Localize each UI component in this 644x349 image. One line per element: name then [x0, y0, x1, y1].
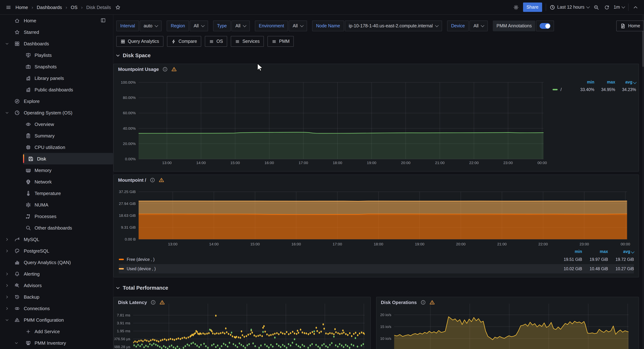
share-button[interactable]: Share — [523, 2, 542, 12]
favorite-star-button[interactable] — [115, 4, 122, 10]
chevron-right-icon[interactable] — [5, 295, 9, 299]
chevron-right-icon[interactable] — [5, 306, 9, 310]
filter-value-dropdown[interactable]: All — [470, 20, 488, 31]
sidebar-item-postgresql[interactable]: PostgreSQL — [0, 245, 113, 257]
sidebar-item-home[interactable]: Home — [0, 15, 113, 26]
refresh-button[interactable] — [603, 4, 610, 10]
chevron-down-icon[interactable] — [14, 341, 18, 345]
chevron-down-icon[interactable] — [5, 111, 9, 115]
sidebar-item-operating-system-os[interactable]: Operating System (OS) — [0, 107, 113, 118]
sidebar-item-connections[interactable]: Connections — [0, 303, 113, 314]
gear-icon — [513, 4, 518, 10]
sidebar-item-dashboards[interactable]: Dashboards — [0, 38, 113, 49]
time-range-picker[interactable]: Last 12 hours — [550, 4, 589, 10]
filter-value-dropdown[interactable]: auto — [140, 20, 162, 31]
legend-value: 33.40% — [574, 87, 594, 92]
dock-sidebar-button[interactable] — [100, 18, 106, 24]
sidebar-item-overview[interactable]: Overview — [0, 118, 113, 130]
sidebar-item-query-analytics-qan[interactable]: Query Analytics (QAN) — [0, 257, 113, 268]
breadcrumb-os[interactable]: OS — [71, 4, 78, 10]
sidebar-item-disk[interactable]: Disk — [23, 153, 113, 164]
gauge-icon — [14, 110, 20, 115]
chevron-right-icon[interactable] — [5, 249, 9, 253]
series-name[interactable]: / — [560, 87, 562, 92]
mountpoint-root-chart[interactable]: 0.00 B9.31 GiB18.63 GiB27.94 GiB37.25 Gi… — [115, 180, 632, 250]
history-icon — [14, 294, 20, 300]
disk-latency-chart[interactable]: 488.28 µs976.56 µs1.95 ms3.91 ms7.81 ms — [114, 302, 372, 349]
filter-value-dropdown[interactable]: All — [232, 20, 250, 31]
legend-header-row: minmaxavg — [119, 248, 634, 255]
scrollbar-thumb[interactable] — [642, 31, 644, 67]
chevron-up-icon — [633, 4, 638, 10]
home-dashboard-button[interactable]: Home — [616, 20, 644, 31]
sidebar-item-label: Network — [34, 179, 52, 184]
legend-header-avg[interactable]: avg — [615, 80, 636, 84]
svg-text:14:00: 14:00 — [196, 161, 206, 165]
refresh-interval-picker[interactable]: 1m — [614, 5, 624, 10]
sidebar-item-public-dashboards[interactable]: Public dashboards — [0, 84, 113, 95]
svg-text:60.00%: 60.00% — [123, 111, 136, 115]
sidebar-item-numa[interactable]: NUMA — [0, 199, 113, 211]
sidebar-item-pmm-configuration[interactable]: PMM Configuration — [0, 314, 113, 326]
legend-header-max[interactable]: max — [582, 249, 608, 254]
scrollbar-track[interactable] — [642, 15, 644, 349]
sidebar-item-starred[interactable]: Starred — [0, 26, 113, 38]
sidebar-item-temperature[interactable]: Temperature — [0, 187, 113, 199]
breadcrumb-home[interactable]: Home — [16, 4, 28, 10]
pmm-annotations-toggle[interactable] — [536, 20, 554, 31]
chevron-down-icon — [586, 5, 590, 8]
bolt-icon — [171, 39, 176, 44]
filter-label: Node Name — [312, 20, 344, 31]
legend-value: 10.02 GiB — [556, 267, 582, 271]
sidebar-item-network[interactable]: Network — [0, 176, 113, 187]
chevron-right-icon[interactable] — [5, 237, 9, 241]
sidebar-item-playlists[interactable]: Playlists — [0, 49, 113, 61]
legend-header-max[interactable]: max — [594, 80, 615, 84]
sidebar-item-pmm-inventory[interactable]: PMM Inventory — [0, 337, 113, 349]
sidebar-item-label: Alerting — [24, 271, 40, 277]
svg-text:17:00: 17:00 — [332, 242, 342, 246]
collapse-topbar-button[interactable] — [632, 4, 639, 10]
series-name[interactable]: Free (device , ) — [127, 257, 154, 262]
pmm-button[interactable]: PMM — [268, 36, 294, 47]
dashboard-settings-button[interactable] — [512, 4, 519, 10]
filter-value-dropdown[interactable]: ip-10-178-1-40.us-east-2.compute.interna… — [345, 20, 442, 31]
sidebar-item-explore[interactable]: Explore — [0, 95, 113, 107]
section-disk-space[interactable]: Disk Space — [115, 52, 151, 58]
legend-header-min[interactable]: min — [574, 80, 594, 84]
sidebar-item-library-panels[interactable]: Library panels — [0, 72, 113, 84]
chevron-right-icon[interactable] — [5, 272, 9, 276]
filter-value-dropdown[interactable]: All — [190, 20, 208, 31]
sidebar-item-processes[interactable]: Processes — [0, 211, 113, 222]
home-button-label: Home — [628, 23, 640, 28]
sidebar-item-cpu-utilization[interactable]: CPU utilization — [0, 141, 113, 153]
sidebar-item-other-dashboards[interactable]: Other dashboards — [0, 222, 113, 234]
sidebar-item-add-service[interactable]: Add Service — [0, 326, 113, 337]
sidebar-item-mysql[interactable]: MySQL — [0, 234, 113, 245]
legend-header-avg[interactable]: avg — [608, 249, 634, 254]
menu-toggle-button[interactable] — [5, 4, 12, 10]
chevron-right-icon[interactable] — [5, 283, 9, 287]
breadcrumb-dashboards[interactable]: Dashboards — [37, 4, 62, 10]
chevron-down-icon[interactable] — [5, 41, 9, 45]
sidebar-item-summary[interactable]: Summary — [0, 130, 113, 141]
dashboard-links-toolbar: Query AnalyticsCompareOSServicesPMM — [116, 36, 294, 47]
query-analytics-button[interactable]: Query Analytics — [116, 36, 164, 47]
mountpoint-usage-chart[interactable]: 0.00%20.00%40.00%60.00%80.00%100.00%13:0… — [115, 71, 552, 166]
zoom-out-button[interactable] — [593, 4, 600, 10]
section-total-performance[interactable]: Total Performance — [115, 285, 168, 291]
compare-button[interactable]: Compare — [167, 36, 202, 47]
sidebar-item-memory[interactable]: Memory — [0, 164, 113, 176]
os-button[interactable]: OS — [205, 36, 227, 47]
sidebar-item-snapshots[interactable]: Snapshots — [0, 61, 113, 72]
sidebar-item-advisors[interactable]: Advisors — [0, 280, 113, 291]
filter-value-dropdown[interactable]: All — [289, 20, 307, 31]
series-name[interactable]: Used (device , ) — [127, 267, 156, 271]
chevron-down-icon[interactable] — [5, 318, 9, 322]
services-button[interactable]: Services — [231, 36, 264, 47]
svg-text:18:00: 18:00 — [374, 242, 384, 246]
legend-header-min[interactable]: min — [556, 249, 582, 254]
sidebar-item-alerting[interactable]: Alerting — [0, 268, 113, 280]
disk-operations-chart[interactable]: 10 io/s15 io/s20 io/s — [376, 302, 640, 349]
sidebar-item-backup[interactable]: Backup — [0, 291, 113, 303]
